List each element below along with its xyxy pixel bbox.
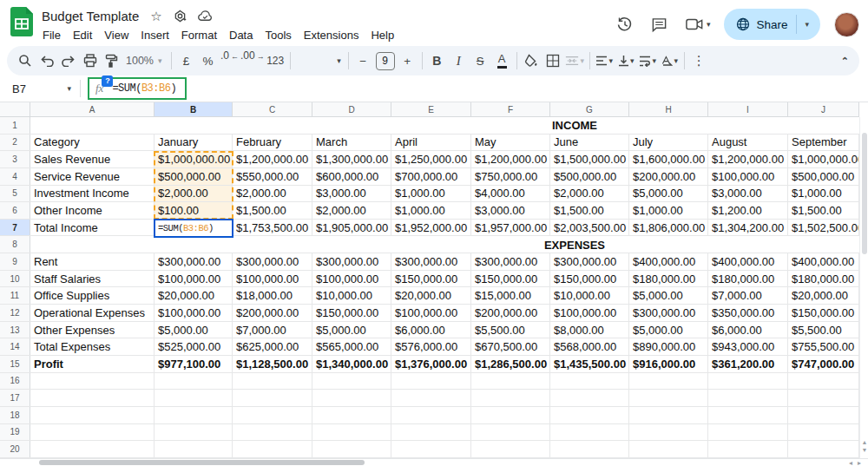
row-header-16[interactable]: 16 — [0, 373, 30, 390]
cell-A14[interactable]: Total Expenses — [30, 338, 155, 355]
cell-B17[interactable] — [155, 390, 233, 406]
cell-C12[interactable]: $200,000.00 — [233, 305, 312, 321]
menu-help[interactable]: Help — [365, 27, 400, 43]
cell-H4[interactable]: $200,000.00 — [629, 168, 708, 185]
cell-H10[interactable]: $180,000.00 — [629, 271, 708, 287]
cell-J2[interactable]: September — [788, 135, 859, 151]
cell-I2[interactable]: August — [708, 135, 788, 151]
cell-B9[interactable]: $300,000.00 — [155, 253, 233, 270]
bold-button[interactable]: B — [426, 49, 448, 72]
cell-H7[interactable]: $1,806,000.00 — [629, 220, 708, 236]
cell-I13[interactable]: $6,000.00 — [708, 322, 788, 338]
cell-H3[interactable]: $1,600,000.00 — [629, 151, 708, 167]
cell-D4[interactable]: $600,000.00 — [312, 168, 391, 185]
cell-E11[interactable]: $20,000.00 — [391, 287, 471, 304]
horizontal-scrollbar-thumb[interactable] — [39, 460, 365, 465]
cell-J16[interactable] — [788, 373, 859, 390]
document-title[interactable]: Budget Template — [42, 9, 139, 23]
cell-I11[interactable]: $7,000.00 — [708, 287, 788, 304]
cell-G11[interactable]: $10,000.00 — [550, 287, 629, 304]
cell-E18[interactable] — [391, 407, 471, 423]
scroll-up-icon[interactable]: ▲ — [862, 439, 868, 445]
cell-J15[interactable]: $747,000.00 — [788, 356, 859, 372]
scroll-left-icon[interactable]: ◂ — [849, 459, 852, 466]
cell-E10[interactable]: $150,000.00 — [391, 271, 471, 287]
column-header-i[interactable]: I — [708, 102, 788, 117]
cell-F2[interactable]: May — [471, 135, 550, 151]
cell-G14[interactable]: $568,000.00 — [550, 338, 629, 355]
star-icon[interactable]: ☆ — [150, 10, 161, 23]
search-icon[interactable] — [14, 49, 36, 72]
text-wrap-button[interactable] — [637, 49, 659, 72]
cell-H15[interactable]: $916,000.00 — [629, 356, 708, 372]
cell-J5[interactable]: $1,000.00 — [788, 186, 859, 202]
column-header-h[interactable]: H — [629, 102, 708, 117]
cell-income-header[interactable]: INCOME — [30, 117, 859, 134]
cell-A2[interactable]: Category — [30, 135, 155, 151]
cell-C17[interactable] — [233, 390, 312, 406]
row-header-4[interactable]: 4 — [0, 168, 30, 185]
cell-C9[interactable]: $300,000.00 — [233, 253, 312, 270]
menu-extensions[interactable]: Extensions — [298, 27, 365, 43]
cell-A4[interactable]: Service Revenue — [30, 168, 155, 185]
cell-D13[interactable]: $5,000.00 — [312, 322, 391, 338]
strikethrough-button[interactable]: S — [470, 49, 491, 72]
cell-expenses-header[interactable]: EXPENSES — [30, 236, 859, 253]
cell-C10[interactable]: $100,000.00 — [233, 271, 312, 287]
cell-I16[interactable] — [708, 373, 788, 390]
cell-J4[interactable]: $500,000.00 — [788, 168, 859, 185]
cell-E14[interactable]: $576,000.00 — [391, 338, 471, 355]
cell-D17[interactable] — [312, 390, 391, 406]
cell-D18[interactable] — [312, 407, 391, 423]
hide-menus-icon[interactable] — [841, 56, 849, 67]
cell-I20[interactable] — [708, 441, 788, 457]
cell-C20[interactable] — [233, 441, 312, 457]
cell-E12[interactable]: $100,000.00 — [391, 305, 471, 321]
fill-color-icon[interactable] — [521, 49, 542, 72]
cell-G15[interactable]: $1,435,500.00 — [550, 356, 629, 372]
row-header-6[interactable]: 6 — [0, 202, 30, 219]
column-header-b[interactable]: B — [155, 102, 233, 117]
cell-A7[interactable]: Total Income — [30, 220, 155, 236]
cell-C5[interactable]: $2,000.00 — [233, 186, 312, 202]
sheets-logo-icon[interactable] — [10, 7, 33, 36]
cell-D11[interactable]: $10,000.00 — [312, 287, 391, 304]
cell-F18[interactable] — [471, 407, 550, 423]
row-header-3[interactable]: 3 — [0, 151, 30, 167]
cell-D2[interactable]: March — [312, 135, 391, 151]
cell-B15[interactable]: $977,100.00 — [155, 356, 233, 372]
cell-E2[interactable]: April — [391, 135, 471, 151]
column-header-c[interactable]: C — [233, 102, 312, 117]
cell-J20[interactable] — [788, 441, 859, 457]
cell-C15[interactable]: $1,128,500.00 — [233, 356, 312, 372]
font-size-input[interactable]: 9 — [376, 52, 395, 70]
menu-format[interactable]: Format — [175, 27, 223, 43]
cell-A18[interactable] — [30, 407, 155, 423]
column-header-g[interactable]: G — [550, 102, 629, 117]
row-header-13[interactable]: 13 — [0, 322, 30, 338]
italic-button[interactable]: I — [448, 49, 470, 72]
move-to-folder-icon[interactable] — [174, 10, 187, 23]
cell-H20[interactable] — [629, 441, 708, 457]
cell-H16[interactable] — [629, 373, 708, 390]
vertical-align-button[interactable] — [615, 49, 637, 72]
cell-A5[interactable]: Investment Income — [30, 186, 155, 202]
row-header-7[interactable]: 7 — [0, 220, 30, 236]
scroll-right-icon[interactable]: ▸ — [858, 459, 861, 466]
cell-E6[interactable]: $1,000.00 — [391, 202, 471, 219]
cell-I6[interactable]: $1,200.00 — [708, 202, 788, 219]
row-header-18[interactable]: 18 — [0, 407, 30, 423]
scroll-down-icon[interactable]: ▼ — [862, 447, 868, 453]
cell-E5[interactable]: $1,000.00 — [391, 186, 471, 202]
cell-H14[interactable]: $890,000.00 — [629, 338, 708, 355]
number-format-button[interactable]: 123 — [265, 49, 286, 72]
cell-B4[interactable]: $500,000.00 — [155, 168, 233, 185]
cell-H19[interactable] — [629, 424, 708, 441]
cell-G18[interactable] — [550, 407, 629, 423]
font-family-select[interactable] — [294, 49, 345, 72]
cell-B20[interactable] — [155, 441, 233, 457]
cell-G12[interactable]: $100,000.00 — [550, 305, 629, 321]
cell-E15[interactable]: $1,376,000.00 — [391, 356, 471, 372]
cell-A17[interactable] — [30, 390, 155, 406]
cell-G13[interactable]: $8,000.00 — [550, 322, 629, 338]
